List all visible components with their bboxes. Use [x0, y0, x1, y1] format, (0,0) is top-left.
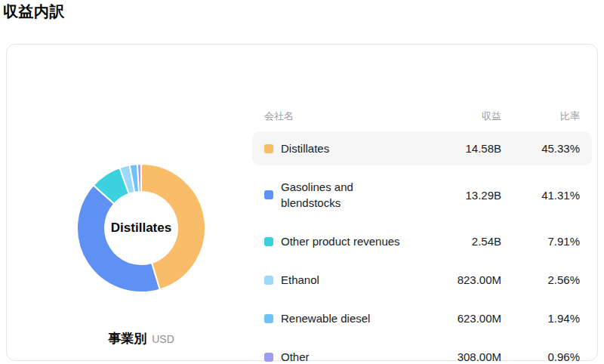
- legend-swatch: [264, 353, 273, 362]
- table-row-other-product[interactable]: Other product revenues 2.54B 7.91%: [252, 224, 592, 258]
- legend-swatch: [264, 276, 273, 285]
- row-name: Other product revenues: [281, 233, 411, 249]
- row-name: Distillates: [281, 140, 411, 156]
- row-name: Renewable diesel: [281, 310, 411, 326]
- header-name: 会社名: [264, 110, 411, 123]
- row-ratio: 0.96%: [501, 349, 580, 364]
- table-row-ethanol[interactable]: Ethanol 823.00M 2.56%: [252, 263, 592, 297]
- table-row-other[interactable]: Other 308.00M 0.96%: [252, 340, 592, 364]
- table-row-gasolines[interactable]: Gasolines and blendstocks 13.29B 41.31%: [252, 170, 592, 220]
- legend-swatch: [264, 237, 273, 246]
- breakdown-table: 会社名 収益 比率 Distillates 14.58B 45.33% Gaso…: [252, 109, 592, 364]
- row-name: Other: [281, 349, 411, 364]
- row-ratio: 7.91%: [501, 233, 580, 249]
- row-ratio: 1.94%: [501, 310, 580, 326]
- donut-chart[interactable]: Distillates: [69, 156, 213, 300]
- donut-caption: 事業別 USD: [69, 330, 213, 347]
- page-title: 収益内訳: [3, 2, 65, 22]
- segment-type-label: 事業別: [108, 330, 146, 347]
- row-ratio: 2.56%: [501, 272, 580, 288]
- row-revenue: 2.54B: [411, 233, 501, 249]
- table-row-renewable-diesel[interactable]: Renewable diesel 623.00M 1.94%: [252, 301, 592, 335]
- legend-swatch: [264, 190, 273, 199]
- row-revenue: 308.00M: [411, 349, 501, 364]
- table-row-distillates[interactable]: Distillates 14.58B 45.33%: [252, 131, 592, 165]
- legend-swatch: [264, 144, 273, 153]
- legend-swatch: [264, 314, 273, 323]
- row-ratio: 45.33%: [501, 140, 580, 156]
- row-revenue: 14.58B: [411, 140, 501, 156]
- donut-slice-1[interactable]: [77, 185, 160, 292]
- currency-label: USD: [152, 333, 174, 345]
- row-revenue: 13.29B: [411, 187, 501, 203]
- header-revenue: 収益: [411, 110, 501, 123]
- table-header: 会社名 収益 比率: [252, 109, 592, 124]
- row-revenue: 823.00M: [411, 272, 501, 288]
- row-revenue: 623.00M: [411, 310, 501, 326]
- row-ratio: 41.31%: [501, 187, 580, 203]
- donut-svg: [69, 156, 213, 300]
- revenue-breakdown-card: Distillates 事業別 USD 会社名 収益 比率 Distillate…: [6, 44, 598, 361]
- header-ratio: 比率: [501, 110, 580, 123]
- row-name: Gasolines and blendstocks: [281, 179, 411, 211]
- row-name: Ethanol: [281, 272, 411, 288]
